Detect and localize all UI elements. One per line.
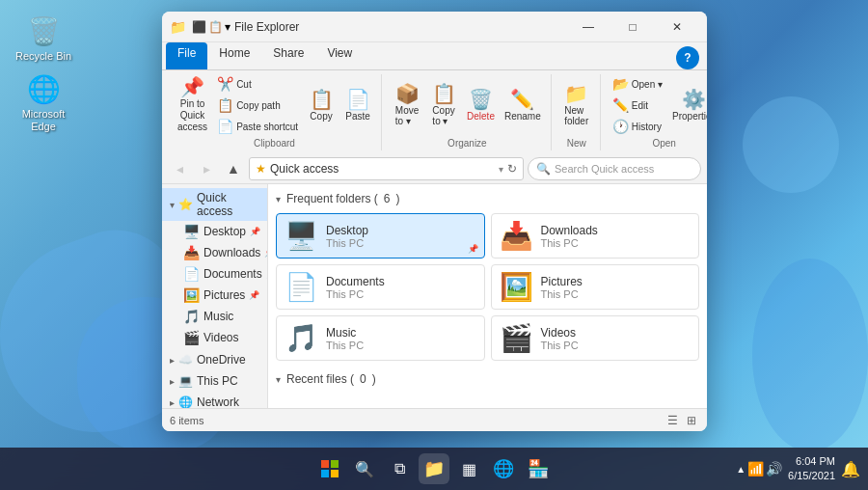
rename-btn[interactable]: ✏️ Rename bbox=[501, 88, 545, 123]
sidebar-music-label: Music bbox=[203, 310, 233, 323]
sidebar-item-downloads[interactable]: 📥 Downloads 📌 bbox=[162, 242, 267, 263]
nav-bar: ◂ ▸ ▲ ★ Quick access ▾ ↻ 🔍 Search Quick … bbox=[162, 154, 707, 184]
qat-icon1[interactable]: ⬛ bbox=[192, 20, 206, 34]
sidebar-documents-label: Documents bbox=[203, 267, 262, 281]
up-btn[interactable]: ▲ bbox=[222, 157, 245, 180]
sidebar-network-label: Network bbox=[197, 395, 239, 408]
taskbar-widgets-btn[interactable]: ▦ bbox=[453, 453, 484, 484]
taskbar-center: 🔍 ⧉ 📁 ▦ 🌐 🏪 bbox=[314, 453, 554, 484]
sidebar-thispc-section: ▸ 💻 This PC bbox=[162, 371, 267, 391]
move-to-btn[interactable]: 📦 Moveto ▾ bbox=[390, 82, 424, 128]
tab-file[interactable]: File bbox=[166, 42, 207, 69]
taskbar-clock[interactable]: 6:04 PM 6/15/2021 bbox=[788, 454, 835, 484]
sidebar-network-section: ▸ 🌐 Network bbox=[162, 393, 267, 408]
taskbar-search-icon: 🔍 bbox=[355, 460, 374, 478]
frequent-folders-grid: 🖥️ Desktop This PC 📌 📥 Downloads This PC bbox=[276, 213, 699, 361]
organize-label: Organize bbox=[448, 138, 487, 150]
cut-btn[interactable]: ✂️ Cut bbox=[213, 74, 302, 94]
win-close-btn[interactable]: ✕ bbox=[655, 12, 699, 42]
taskbar-taskview-btn[interactable]: ⧉ bbox=[384, 453, 415, 484]
folder-card-downloads[interactable]: 📥 Downloads This PC bbox=[491, 213, 700, 259]
desktop-card-name: Desktop bbox=[326, 224, 368, 237]
grid-view-btn[interactable]: ⊞ bbox=[684, 413, 699, 428]
sys-tray: ▲ 📶 🔊 bbox=[736, 461, 782, 476]
folder-card-music[interactable]: 🎵 Music This PC bbox=[276, 315, 485, 361]
sidebar-onedrive-label: OneDrive bbox=[197, 353, 246, 367]
sidebar-network-header[interactable]: ▸ 🌐 Network bbox=[162, 393, 267, 408]
win-maximize-btn[interactable]: □ bbox=[610, 12, 655, 42]
address-refresh-icon[interactable]: ↻ bbox=[507, 162, 517, 176]
taskbar-fileexplorer-btn[interactable]: 📁 bbox=[419, 453, 449, 484]
qat-icon3[interactable]: ▾ bbox=[225, 20, 231, 34]
folder-card-documents[interactable]: 📄 Documents This PC bbox=[276, 264, 485, 310]
documents-folder-icon: 📄 bbox=[183, 266, 200, 282]
history-btn[interactable]: 🕐 History bbox=[609, 117, 666, 136]
forward-btn[interactable]: ▸ bbox=[195, 157, 218, 180]
list-view-btn[interactable]: ☰ bbox=[665, 413, 680, 428]
taskbar-date: 6/15/2021 bbox=[788, 469, 835, 483]
sidebar-quick-access-header[interactable]: ▾ ⭐ Quick access bbox=[162, 188, 267, 221]
sidebar-downloads-label: Downloads bbox=[203, 246, 260, 259]
open-btn[interactable]: 📂 Open ▾ bbox=[609, 74, 666, 94]
folder-card-pictures[interactable]: 🖼️ Pictures This PC bbox=[491, 264, 700, 310]
new-label: New bbox=[567, 138, 586, 150]
videos-card-name: Videos bbox=[541, 326, 579, 340]
folder-card-videos[interactable]: 🎬 Videos This PC bbox=[491, 315, 700, 361]
sidebar-item-pictures[interactable]: 🖼️ Pictures 📌 bbox=[162, 285, 267, 306]
copy-to-btn[interactable]: 📋 Copyto ▾ bbox=[426, 82, 461, 128]
ribbon-group-new: 📁 Newfolder New bbox=[554, 74, 601, 150]
sidebar-onedrive-header[interactable]: ▸ ☁️ OneDrive bbox=[162, 350, 267, 369]
back-btn[interactable]: ◂ bbox=[168, 157, 191, 180]
address-chevron-icon: ▾ bbox=[499, 164, 503, 175]
taskbar-edge-icon: 🌐 bbox=[493, 458, 514, 479]
sidebar-item-videos[interactable]: 🎬 Videos bbox=[162, 327, 267, 348]
address-bar[interactable]: ★ Quick access ▾ ↻ bbox=[249, 157, 524, 180]
qat-icon2[interactable]: 📋 bbox=[208, 20, 223, 34]
edge-label: Microsoft Edge bbox=[14, 108, 73, 133]
ribbon: File Home Share View ? 📌 Pin to Quickacc… bbox=[162, 42, 707, 154]
tab-view[interactable]: View bbox=[315, 42, 364, 69]
properties-btn[interactable]: ⚙️ Properties bbox=[668, 88, 707, 123]
notification-icon[interactable]: 🔔 bbox=[841, 460, 860, 478]
help-btn[interactable]: ? bbox=[676, 46, 699, 69]
frequent-chevron-icon[interactable]: ▾ bbox=[276, 194, 281, 204]
tab-share[interactable]: Share bbox=[261, 42, 315, 69]
delete-btn[interactable]: 🗑️ Delete bbox=[463, 88, 499, 123]
sidebar-item-documents[interactable]: 📄 Documents 📌 bbox=[162, 263, 267, 285]
taskbar-search-btn[interactable]: 🔍 bbox=[349, 453, 380, 484]
frequent-folders-label: Frequent folders ( bbox=[286, 192, 378, 205]
sidebar-item-music[interactable]: 🎵 Music bbox=[162, 306, 267, 327]
taskbar-edge-btn[interactable]: 🌐 bbox=[488, 453, 519, 484]
chevron-icon[interactable]: ▲ bbox=[736, 464, 746, 475]
taskbar-store-btn[interactable]: 🏪 bbox=[523, 453, 554, 484]
edge-icon[interactable]: 🌐 Microsoft Edge bbox=[10, 68, 77, 137]
new-folder-btn[interactable]: 📁 Newfolder bbox=[559, 82, 594, 128]
volume-icon[interactable]: 🔊 bbox=[766, 461, 782, 476]
copy-path-btn[interactable]: 📋 Copy path bbox=[213, 95, 302, 115]
start-btn[interactable] bbox=[314, 453, 345, 484]
network-tray-icon[interactable]: 📶 bbox=[747, 461, 764, 476]
recent-files-header: ▾ Recent files (0) bbox=[276, 372, 699, 386]
thispc-icon: 💻 bbox=[178, 374, 193, 388]
paste-btn[interactable]: 📄 Paste bbox=[340, 88, 375, 123]
folder-card-desktop[interactable]: 🖥️ Desktop This PC 📌 bbox=[276, 213, 485, 259]
pin-to-quick-access-btn[interactable]: 📌 Pin to Quickaccess bbox=[174, 75, 211, 135]
sidebar-quick-access-section: ▾ ⭐ Quick access 🖥️ Desktop 📌 📥 Download… bbox=[162, 188, 267, 348]
paste-shortcut-btn[interactable]: 📄 Paste shortcut bbox=[213, 117, 302, 136]
pictures-card-icon: 🖼️ bbox=[500, 271, 533, 303]
win-minimize-btn[interactable]: — bbox=[566, 12, 610, 42]
pictures-folder-icon: 🖼️ bbox=[183, 287, 200, 303]
tab-home[interactable]: Home bbox=[207, 42, 261, 69]
edit-btn[interactable]: ✏️ Edit bbox=[609, 95, 666, 115]
copy-btn[interactable]: 📋 Copy bbox=[304, 88, 339, 123]
documents-card-name: Documents bbox=[326, 275, 385, 288]
ribbon-tabs: File Home Share View ? bbox=[162, 42, 707, 70]
search-bar[interactable]: 🔍 Search Quick access bbox=[528, 157, 701, 180]
search-icon: 🔍 bbox=[536, 162, 551, 176]
sidebar-thispc-header[interactable]: ▸ 💻 This PC bbox=[162, 371, 267, 391]
desktop-card-sub: This PC bbox=[326, 237, 368, 249]
recent-chevron-icon[interactable]: ▾ bbox=[276, 374, 281, 385]
sidebar-item-desktop[interactable]: 🖥️ Desktop 📌 bbox=[162, 221, 267, 242]
recycle-bin-icon[interactable]: 🗑️ Recycle Bin bbox=[10, 10, 77, 67]
documents-card-icon: 📄 bbox=[285, 271, 318, 303]
